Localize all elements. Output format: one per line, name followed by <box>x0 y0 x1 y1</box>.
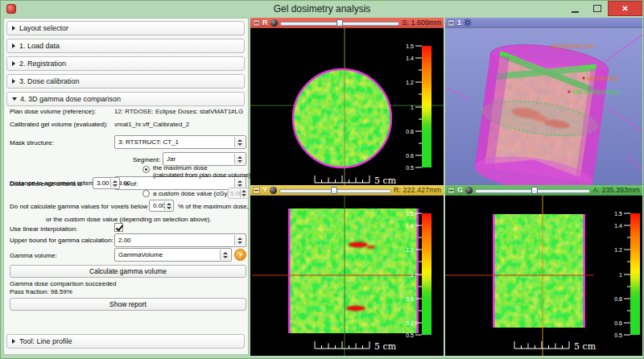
upper-bound-spinbox[interactable]: 2.00 <box>114 233 246 247</box>
minimize-button[interactable] <box>564 1 586 16</box>
calculate-gamma-button[interactable]: Calculate gamma volume <box>10 265 246 278</box>
section-dose-calibration[interactable]: 3. Dose calibration <box>6 74 245 89</box>
gamma-volume-combo[interactable]: GammaVolume <box>114 248 232 262</box>
expanded-arrow-icon <box>12 97 17 101</box>
jar-contour-edge <box>584 214 586 328</box>
eye-icon[interactable] <box>465 187 473 194</box>
combo-spinner-icon[interactable] <box>234 137 245 147</box>
jar-contour-edge <box>288 208 291 333</box>
gear-icon[interactable] <box>464 19 472 27</box>
green-view-letter: G <box>457 186 463 194</box>
gel-volume-value: vmat1_hr.vff_Calibrated_2 <box>114 121 189 128</box>
svg-text:1: 1 <box>411 272 414 278</box>
dose-diff-label: Dose difference criteria is <box>10 180 82 188</box>
combo-spinner-icon[interactable] <box>234 154 245 164</box>
status-line2: Pass fraction: 98.59% <box>10 288 72 295</box>
yellow-slice-offset: R: 222.427mm <box>394 186 441 194</box>
green-slice-slider[interactable] <box>475 187 590 194</box>
collapsed-arrow-icon <box>12 61 15 66</box>
show-report-button[interactable]: Show report <box>10 298 246 311</box>
dose-map-sagittal <box>289 208 419 333</box>
yellow-slice-view[interactable]: 1.5 1.4 1.2 1 0.8 0.6 0.5 5 cm <box>250 196 444 356</box>
svg-text:0.6: 0.6 <box>614 320 622 326</box>
gamma-volume-value: GammaVolume <box>118 251 163 258</box>
collapsed-arrow-icon <box>12 339 15 344</box>
section-line-profile[interactable]: Tool: Line profile <box>6 334 245 349</box>
mask-structure-combo[interactable]: 3: RTSTRUCT: CT_1 <box>114 135 246 149</box>
module-panel: Layout selector 1. Load data 2. Registra… <box>3 18 249 355</box>
svg-text:1.2: 1.2 <box>614 247 622 253</box>
dose-map-coronal <box>493 214 584 328</box>
svg-text:5 cm: 5 cm <box>374 175 397 185</box>
close-button[interactable]: ✕ <box>608 1 642 16</box>
pin-button[interactable] <box>448 19 455 27</box>
plan-dose-value: 12: RTDOSE: Eclipse Doses: statVMAT1#LG <box>114 108 243 115</box>
spinbox-arrows-icon[interactable] <box>234 235 245 246</box>
fiducial-label: MEASURED <box>587 76 619 81</box>
eye-icon[interactable] <box>270 187 277 194</box>
section-label: Layout selector <box>19 24 68 32</box>
interp-checkbox[interactable] <box>114 223 123 232</box>
svg-text:0.5: 0.5 <box>614 332 622 338</box>
app-window: Gel dosimetry analysis ✕ Layout selector… <box>0 0 644 359</box>
red-slice-slider[interactable] <box>280 19 400 27</box>
threshold-label: Do not calculate gamma values for voxels… <box>10 203 147 210</box>
threshold-suffix: % of the maximum dose, <box>178 203 249 210</box>
dose-diff-spinbox[interactable]: 3.00 <box>93 177 120 189</box>
red-slice-offset: S: 1.609mm <box>402 19 441 27</box>
spinbox-arrows-icon[interactable] <box>164 201 172 210</box>
help-button[interactable]: ? <box>234 249 246 261</box>
svg-text:1: 1 <box>619 272 622 278</box>
threed-view-label: 1 <box>457 19 461 27</box>
combo-spinner-icon[interactable] <box>220 250 230 260</box>
svg-text:1.2: 1.2 <box>406 247 414 253</box>
svg-text:1.4: 1.4 <box>406 56 414 61</box>
section-gamma-comparison[interactable]: 4. 3D gamma dose comparison <box>6 92 245 106</box>
spinbox-arrows-icon[interactable] <box>240 189 247 197</box>
red-slice-header: R S: 1.609mm <box>250 18 444 28</box>
svg-text:1.5: 1.5 <box>614 211 622 217</box>
fiducial-label: MEASURED fidu <box>551 43 594 49</box>
custom-dose-spinbox[interactable]: 5.00 <box>228 188 249 199</box>
radio-custom-dose-label: a custom dose value (cGy): <box>153 190 231 197</box>
svg-text:1.4: 1.4 <box>614 223 622 229</box>
segment-value: Jar <box>167 155 175 163</box>
svg-text:1: 1 <box>411 105 414 110</box>
gamma-volume-label: Gamma volume: <box>10 252 57 259</box>
maximize-button[interactable] <box>586 1 608 16</box>
threed-view[interactable]: MEASURED fidu MEASURED OBI GUIDED fiduci <box>445 28 642 185</box>
spinbox-arrows-icon[interactable] <box>110 179 118 188</box>
radio-custom-dose[interactable] <box>142 190 150 197</box>
yellow-slice-header: Y R: 222.427mm <box>250 185 444 196</box>
red-slice-view[interactable]: 1.5 1.4 1.2 1 0.8 0.6 0.5 5 cm <box>250 28 444 185</box>
interp-label: Use linear interpolation: <box>10 225 77 233</box>
svg-text:1.4: 1.4 <box>406 223 414 229</box>
yellow-slice-canvas: 1.5 1.4 1.2 1 0.8 0.6 0.5 5 cm <box>250 196 444 356</box>
collapsed-arrow-icon <box>12 26 15 31</box>
jar-contour-edge <box>417 208 419 333</box>
eye-icon[interactable] <box>270 19 278 27</box>
yellow-slice-slider[interactable] <box>279 187 391 194</box>
upper-bound-value: 2.00 <box>118 237 131 244</box>
pin-button[interactable] <box>253 19 260 27</box>
green-slice-view[interactable]: 1.5 1.4 1.2 1 0.8 0.6 0.5 5 cm <box>445 196 642 356</box>
status-line1: Gamma dose comparison succeeded <box>10 280 117 287</box>
pin-button[interactable] <box>448 187 455 194</box>
collapsed-arrow-icon <box>12 79 15 84</box>
threshold-spinbox[interactable]: 0.00 <box>149 200 174 212</box>
green-slice-canvas: 1.5 1.4 1.2 1 0.8 0.6 0.5 5 cm <box>445 196 642 356</box>
section-layout-selector[interactable]: Layout selector <box>6 21 245 35</box>
red-slice-canvas: 1.5 1.4 1.2 1 0.8 0.6 0.5 5 cm <box>250 28 444 185</box>
jar-contour-edge <box>493 214 495 328</box>
svg-text:1.2: 1.2 <box>406 80 414 85</box>
svg-text:0.5: 0.5 <box>406 332 414 338</box>
title-bar[interactable]: Gel dosimetry analysis ✕ <box>1 1 643 17</box>
section-label: Tool: Line profile <box>19 337 72 345</box>
section-registration[interactable]: 2. Registration <box>6 56 245 71</box>
threed-canvas: MEASURED fidu MEASURED OBI GUIDED fiduci <box>445 28 642 185</box>
threed-view-header: 1 <box>445 18 642 28</box>
svg-text:5 cm: 5 cm <box>574 341 597 352</box>
radio-maximum-dose[interactable] <box>142 166 150 173</box>
section-load-data[interactable]: 1. Load data <box>6 39 245 53</box>
pin-button[interactable] <box>253 187 260 194</box>
